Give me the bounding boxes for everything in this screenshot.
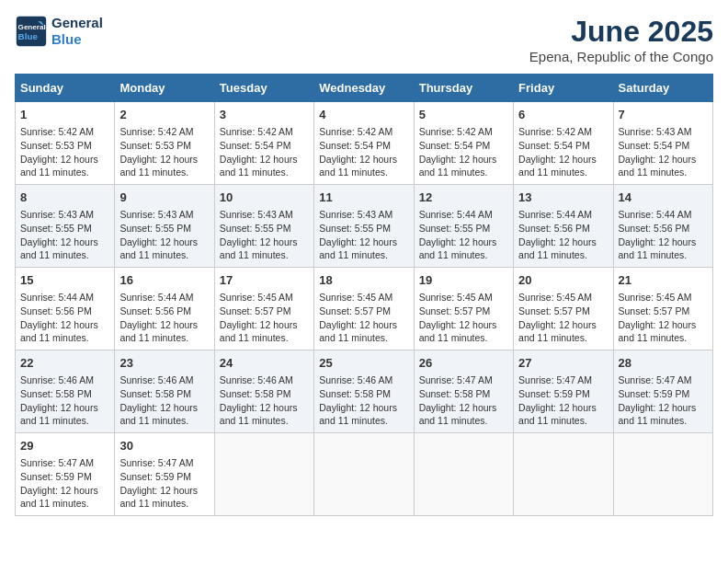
- day-number: 6: [518, 107, 608, 123]
- day-info: Sunrise: 5:45 AM Sunset: 5:57 PM Dayligh…: [619, 291, 708, 345]
- logo-line2: Blue: [51, 31, 103, 48]
- day-number: 28: [619, 355, 708, 372]
- day-number: 7: [619, 107, 708, 123]
- calendar-cell: [613, 433, 712, 516]
- day-number: 11: [319, 190, 408, 206]
- day-info: Sunrise: 5:47 AM Sunset: 5:59 PM Dayligh…: [518, 373, 608, 428]
- page-header: General Blue General Blue June 2025 Epen…: [15, 15, 713, 64]
- calendar-cell: 9 Sunrise: 5:43 AM Sunset: 5:55 PM Dayli…: [115, 185, 214, 268]
- day-info: Sunrise: 5:43 AM Sunset: 5:55 PM Dayligh…: [119, 208, 209, 262]
- day-info: Sunrise: 5:47 AM Sunset: 5:59 PM Dayligh…: [619, 373, 708, 428]
- day-info: Sunrise: 5:42 AM Sunset: 5:54 PM Dayligh…: [419, 125, 508, 179]
- calendar-cell: 30 Sunrise: 5:47 AM Sunset: 5:59 PM Dayl…: [115, 433, 214, 516]
- day-info: Sunrise: 5:42 AM Sunset: 5:54 PM Dayligh…: [319, 125, 408, 179]
- calendar-cell: 4 Sunrise: 5:42 AM Sunset: 5:54 PM Dayli…: [314, 102, 414, 185]
- day-info: Sunrise: 5:42 AM Sunset: 5:54 PM Dayligh…: [518, 125, 608, 179]
- calendar-cell: 23 Sunrise: 5:46 AM Sunset: 5:58 PM Dayl…: [115, 350, 214, 433]
- day-info: Sunrise: 5:46 AM Sunset: 5:58 PM Dayligh…: [20, 373, 109, 428]
- calendar-cell: 28 Sunrise: 5:47 AM Sunset: 5:59 PM Dayl…: [613, 350, 712, 433]
- day-info: Sunrise: 5:43 AM Sunset: 5:55 PM Dayligh…: [319, 208, 408, 262]
- calendar-cell: 25 Sunrise: 5:46 AM Sunset: 5:58 PM Dayl…: [314, 350, 414, 433]
- calendar-cell: 7 Sunrise: 5:43 AM Sunset: 5:54 PM Dayli…: [613, 102, 712, 185]
- day-number: 2: [119, 107, 209, 123]
- calendar-cell: 18 Sunrise: 5:45 AM Sunset: 5:57 PM Dayl…: [314, 268, 414, 350]
- calendar-cell: 19 Sunrise: 5:45 AM Sunset: 5:57 PM Dayl…: [414, 268, 513, 350]
- calendar-cell: 16 Sunrise: 5:44 AM Sunset: 5:56 PM Dayl…: [115, 268, 214, 350]
- calendar-cell: 8 Sunrise: 5:43 AM Sunset: 5:55 PM Dayli…: [16, 185, 115, 268]
- day-number: 13: [518, 190, 608, 206]
- calendar-cell: 17 Sunrise: 5:45 AM Sunset: 5:57 PM Dayl…: [214, 268, 313, 350]
- calendar-cell: 24 Sunrise: 5:46 AM Sunset: 5:58 PM Dayl…: [214, 350, 313, 433]
- calendar-cell: 15 Sunrise: 5:44 AM Sunset: 5:56 PM Dayl…: [16, 268, 115, 350]
- svg-text:General: General: [18, 23, 46, 31]
- calendar-cell: 27 Sunrise: 5:47 AM Sunset: 5:59 PM Dayl…: [514, 350, 613, 433]
- day-info: Sunrise: 5:45 AM Sunset: 5:57 PM Dayligh…: [419, 291, 508, 345]
- day-number: 4: [319, 107, 408, 123]
- day-number: 12: [419, 190, 508, 206]
- day-info: Sunrise: 5:46 AM Sunset: 5:58 PM Dayligh…: [119, 373, 209, 428]
- calendar-body: 1 Sunrise: 5:42 AM Sunset: 5:53 PM Dayli…: [16, 102, 713, 516]
- day-number: 18: [319, 272, 408, 289]
- col-monday: Monday: [115, 75, 214, 102]
- day-number: 26: [419, 355, 508, 372]
- calendar-cell: 13 Sunrise: 5:44 AM Sunset: 5:56 PM Dayl…: [514, 185, 613, 268]
- day-number: 29: [20, 438, 109, 454]
- col-thursday: Thursday: [414, 75, 513, 102]
- calendar-cell: [514, 433, 613, 516]
- calendar-cell: 14 Sunrise: 5:44 AM Sunset: 5:56 PM Dayl…: [613, 185, 712, 268]
- calendar-cell: 5 Sunrise: 5:42 AM Sunset: 5:54 PM Dayli…: [414, 102, 513, 185]
- day-info: Sunrise: 5:43 AM Sunset: 5:55 PM Dayligh…: [20, 208, 109, 262]
- col-saturday: Saturday: [613, 75, 712, 102]
- col-sunday: Sunday: [16, 75, 115, 102]
- col-wednesday: Wednesday: [314, 75, 414, 102]
- calendar-cell: 11 Sunrise: 5:43 AM Sunset: 5:55 PM Dayl…: [314, 185, 414, 268]
- calendar-cell: 12 Sunrise: 5:44 AM Sunset: 5:55 PM Dayl…: [414, 185, 513, 268]
- day-number: 24: [220, 355, 309, 372]
- day-info: Sunrise: 5:44 AM Sunset: 5:55 PM Dayligh…: [419, 208, 508, 262]
- day-number: 5: [419, 107, 508, 123]
- day-info: Sunrise: 5:43 AM Sunset: 5:55 PM Dayligh…: [220, 208, 309, 262]
- calendar-cell: [314, 433, 414, 516]
- day-info: Sunrise: 5:44 AM Sunset: 5:56 PM Dayligh…: [619, 208, 708, 262]
- day-info: Sunrise: 5:44 AM Sunset: 5:56 PM Dayligh…: [20, 291, 109, 345]
- day-number: 8: [20, 190, 109, 206]
- day-number: 21: [619, 272, 708, 289]
- col-friday: Friday: [514, 75, 613, 102]
- calendar-cell: 2 Sunrise: 5:42 AM Sunset: 5:53 PM Dayli…: [115, 102, 214, 185]
- day-number: 17: [220, 272, 309, 289]
- day-number: 3: [220, 107, 309, 123]
- day-number: 14: [619, 190, 708, 206]
- calendar-cell: 26 Sunrise: 5:47 AM Sunset: 5:58 PM Dayl…: [414, 350, 513, 433]
- calendar-row: 15 Sunrise: 5:44 AM Sunset: 5:56 PM Dayl…: [16, 268, 713, 350]
- calendar-cell: 3 Sunrise: 5:42 AM Sunset: 5:54 PM Dayli…: [214, 102, 313, 185]
- day-info: Sunrise: 5:45 AM Sunset: 5:57 PM Dayligh…: [220, 291, 309, 345]
- day-number: 25: [319, 355, 408, 372]
- calendar-cell: 1 Sunrise: 5:42 AM Sunset: 5:53 PM Dayli…: [16, 102, 115, 185]
- svg-text:Blue: Blue: [18, 31, 39, 41]
- day-info: Sunrise: 5:44 AM Sunset: 5:56 PM Dayligh…: [119, 291, 209, 345]
- day-info: Sunrise: 5:43 AM Sunset: 5:54 PM Dayligh…: [619, 125, 708, 179]
- day-number: 9: [119, 190, 209, 206]
- calendar-cell: [414, 433, 513, 516]
- day-number: 10: [220, 190, 309, 206]
- day-number: 23: [119, 355, 209, 372]
- logo-text: General Blue: [51, 15, 103, 48]
- day-info: Sunrise: 5:42 AM Sunset: 5:54 PM Dayligh…: [220, 125, 309, 179]
- day-info: Sunrise: 5:47 AM Sunset: 5:58 PM Dayligh…: [419, 373, 508, 428]
- day-info: Sunrise: 5:45 AM Sunset: 5:57 PM Dayligh…: [518, 291, 608, 345]
- day-info: Sunrise: 5:42 AM Sunset: 5:53 PM Dayligh…: [20, 125, 109, 179]
- day-info: Sunrise: 5:46 AM Sunset: 5:58 PM Dayligh…: [220, 373, 309, 428]
- calendar-table: Sunday Monday Tuesday Wednesday Thursday…: [15, 74, 713, 516]
- title-area: June 2025 Epena, Republic of the Congo: [529, 15, 713, 64]
- day-number: 15: [20, 272, 109, 289]
- day-info: Sunrise: 5:47 AM Sunset: 5:59 PM Dayligh…: [119, 456, 209, 511]
- logo: General Blue General Blue: [15, 15, 103, 48]
- calendar-cell: 10 Sunrise: 5:43 AM Sunset: 5:55 PM Dayl…: [214, 185, 313, 268]
- calendar-row: 8 Sunrise: 5:43 AM Sunset: 5:55 PM Dayli…: [16, 185, 713, 268]
- header-row: Sunday Monday Tuesday Wednesday Thursday…: [16, 75, 713, 102]
- col-tuesday: Tuesday: [214, 75, 313, 102]
- day-number: 19: [419, 272, 508, 289]
- calendar-row: 1 Sunrise: 5:42 AM Sunset: 5:53 PM Dayli…: [16, 102, 713, 185]
- day-number: 22: [20, 355, 109, 372]
- calendar-cell: 21 Sunrise: 5:45 AM Sunset: 5:57 PM Dayl…: [613, 268, 712, 350]
